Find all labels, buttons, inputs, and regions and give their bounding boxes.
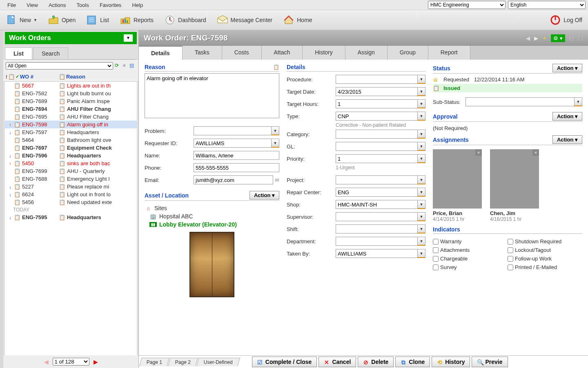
status-action-btn[interactable]: Action ▾: [552, 64, 582, 72]
prio-dd[interactable]: ▼: [417, 154, 425, 163]
shop-input[interactable]: [336, 200, 417, 209]
proj-input[interactable]: [336, 175, 417, 184]
shift-dd[interactable]: ▼: [417, 224, 425, 233]
complete-button[interactable]: ☑Complete / Close: [252, 357, 317, 367]
rc-input[interactable]: [336, 188, 417, 197]
assign-action-btn[interactable]: Action ▾: [552, 135, 582, 144]
indicator-checkbox[interactable]: [508, 247, 513, 253]
menu-tools[interactable]: Tools: [72, 1, 94, 9]
pager-next[interactable]: ▶: [94, 359, 98, 365]
menu-help[interactable]: Help: [127, 1, 148, 9]
add-icon[interactable]: ✦: [542, 35, 547, 41]
prev-icon[interactable]: ◀: [526, 35, 530, 41]
mail-icon-small[interactable]: ✉: [275, 177, 279, 183]
wo-row[interactable]: 📋ENG-7694📋AHU Filter Chang: [5, 105, 137, 113]
wo-row[interactable]: 📋ENG-7697📋Equipment Check: [5, 144, 137, 152]
minimize-icon[interactable]: ◻: [569, 35, 574, 41]
wo-row[interactable]: ↓📋ENG-7595📋Headquarters: [5, 213, 137, 221]
tb-input[interactable]: [336, 249, 417, 258]
filter-select[interactable]: All Open: [6, 62, 113, 70]
indicator-checkbox[interactable]: [433, 239, 439, 245]
tree-hospital[interactable]: Hopsital ABC: [159, 213, 193, 220]
dept-input[interactable]: [336, 237, 417, 246]
menu-favorites[interactable]: Favorites: [95, 1, 126, 9]
tab-costs[interactable]: Costs: [222, 46, 262, 60]
gl-input[interactable]: [336, 142, 417, 151]
indicator-checkbox[interactable]: [433, 265, 439, 270]
proj-dd[interactable]: ▼: [417, 175, 425, 184]
problem-input[interactable]: [194, 126, 271, 135]
wo-row[interactable]: ↑📋ENG-7598📋Alarm going off in: [5, 121, 137, 128]
thours-input[interactable]: [336, 99, 417, 108]
pager-select[interactable]: 1 of 128: [53, 358, 89, 366]
indicator-checkbox[interactable]: [508, 256, 513, 262]
tab-tasks[interactable]: Tasks: [183, 46, 222, 60]
wo-row[interactable]: ↓📋ENG-7596📋Headquarters: [5, 152, 137, 159]
reqid-input[interactable]: [194, 139, 271, 148]
wo-list[interactable]: 📋5667📋Lights are out in th📋ENG-7582📋Ligh…: [5, 82, 137, 355]
pager-prev[interactable]: ◀: [44, 359, 49, 365]
dept-select[interactable]: HMC Engineering: [428, 1, 506, 9]
wo-row[interactable]: 📋5667📋Lights are out in th: [5, 82, 137, 90]
thours-dd[interactable]: ▼: [417, 99, 425, 108]
email-input[interactable]: [194, 175, 273, 184]
asset-action-btn[interactable]: Action ▾: [249, 191, 279, 200]
history-button[interactable]: ⟲History: [432, 357, 470, 367]
tab-history[interactable]: History: [303, 46, 345, 60]
dashboard-button[interactable]: Dashboard: [161, 13, 209, 27]
new-button[interactable]: New ▼: [2, 13, 40, 27]
substatus-input[interactable]: [466, 97, 574, 106]
page-tab-ud[interactable]: User-Defined: [196, 358, 240, 366]
tab-report[interactable]: Report: [428, 46, 470, 60]
wo-row[interactable]: ↓📋6624📋Light out in front lo: [5, 191, 137, 198]
wo-col-label[interactable]: WO #: [20, 74, 33, 80]
close-icon[interactable]: ×: [532, 149, 539, 156]
reqid-dd[interactable]: ▼: [271, 139, 279, 148]
cat-dd[interactable]: ▼: [417, 130, 425, 139]
panel-dropdown-icon[interactable]: ▼: [124, 34, 133, 42]
dept-dd[interactable]: ▼: [417, 237, 425, 246]
tab-search[interactable]: Search: [33, 47, 68, 59]
approval-action-btn[interactable]: Action ▾: [552, 112, 582, 121]
wo-row[interactable]: ↓📋ENG-7597📋Headquarters: [5, 128, 137, 136]
maximize-icon[interactable]: ⛶: [578, 35, 583, 41]
tab-assign[interactable]: Assign: [345, 46, 388, 60]
lang-select[interactable]: English: [508, 1, 586, 9]
indicator-checkbox[interactable]: [508, 265, 513, 270]
tab-details[interactable]: Details: [139, 46, 183, 60]
menu-view[interactable]: View: [22, 1, 43, 9]
rc-dd[interactable]: ▼: [417, 188, 425, 197]
assign-card[interactable]: ×Chen, Jim4/16/2015 1 hr: [490, 149, 539, 222]
proc-input[interactable]: [336, 75, 417, 84]
wo-row[interactable]: ↑📋5450📋sinks are both bac: [5, 159, 137, 167]
indicator-checkbox[interactable]: [433, 256, 439, 262]
assign-card[interactable]: ×Price, Brian4/14/2015 1 hr: [433, 149, 482, 222]
delete-button[interactable]: ⊘Delete: [358, 357, 394, 367]
type-input[interactable]: [336, 112, 417, 121]
next-icon[interactable]: ▶: [534, 35, 538, 41]
preview-button[interactable]: 🔍Previe: [472, 357, 508, 367]
proc-dd[interactable]: ▼: [417, 75, 425, 84]
shift-input[interactable]: [336, 224, 417, 233]
page-tab-2[interactable]: Page 2: [168, 358, 198, 366]
wo-row[interactable]: 📋ENG-7688📋Emergency Light I: [5, 175, 137, 183]
sup-input[interactable]: [336, 212, 417, 221]
wo-row[interactable]: 📋ENG-7695📋AHU Filter Chang: [5, 113, 137, 121]
tab-list[interactable]: List: [5, 47, 32, 59]
page-tab-1[interactable]: Page 1: [139, 358, 169, 366]
phone-input[interactable]: [194, 163, 279, 172]
close-icon[interactable]: ×: [475, 149, 482, 156]
wo-row[interactable]: 📋ENG-7689📋Panic Alarm Inspe: [5, 97, 137, 105]
tdate-dd[interactable]: ▼: [417, 87, 425, 96]
indicator-checkbox[interactable]: [508, 239, 513, 245]
tree-sites[interactable]: Sites: [154, 205, 167, 211]
wo-row[interactable]: 📋5456📋Need updated exte: [5, 198, 137, 206]
copy-icon[interactable]: 📋: [273, 64, 279, 70]
wo-row[interactable]: ↓📋5227📋Please replace mi: [5, 183, 137, 191]
tdate-input[interactable]: [336, 87, 417, 96]
filter-icon[interactable]: ▤: [129, 63, 136, 69]
cat-input[interactable]: [336, 130, 417, 139]
gear-icon[interactable]: ⚙ ▾: [551, 34, 565, 42]
sup-dd[interactable]: ▼: [417, 212, 425, 221]
reason-textarea[interactable]: [145, 73, 279, 118]
